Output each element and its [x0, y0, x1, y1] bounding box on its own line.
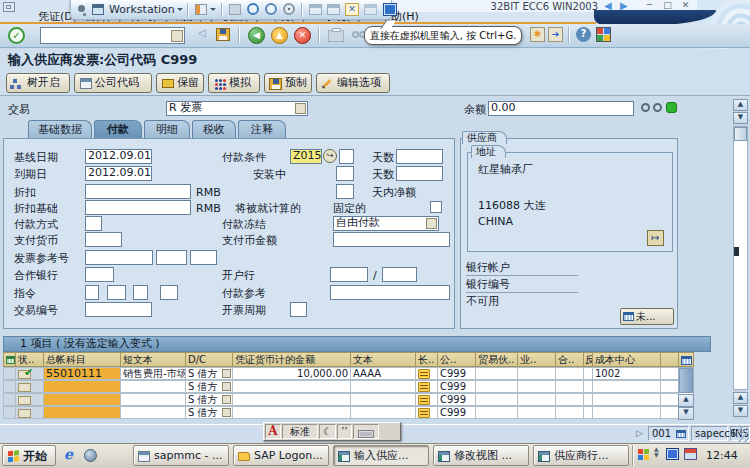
pay-ref-field[interactable] [330, 285, 450, 300]
workstation-menu[interactable]: Workstation [109, 3, 175, 16]
billing-cycle-field[interactable] [290, 302, 307, 317]
vm-prev-icon[interactable]: ◀ [604, 0, 612, 11]
days1-field[interactable] [396, 149, 443, 164]
invoice-ref-item-field[interactable] [190, 250, 217, 265]
row3-long-text-icon[interactable] [418, 395, 430, 405]
instruction3-field[interactable] [133, 285, 148, 300]
tab-tax[interactable]: 税收 [192, 120, 236, 139]
ime-keyboard-button[interactable] [353, 424, 379, 439]
edit-options-button[interactable]: 编辑选项 [316, 73, 390, 93]
session-cell[interactable]: 001 [648, 426, 689, 441]
scroll-up-button[interactable]: ▲ [733, 99, 748, 111]
row2-amount-cell[interactable] [232, 380, 351, 393]
tab-payment[interactable]: 付款 [94, 120, 142, 139]
net-days-field[interactable] [336, 184, 354, 199]
row2-company-cell[interactable]: C999 [437, 380, 476, 393]
col-trading[interactable]: 贸易伙.. [475, 352, 518, 367]
fullscreen-icon[interactable] [383, 3, 397, 16]
col-partner[interactable]: 合.. [555, 352, 584, 367]
payment-block-dropdown-icon[interactable] [426, 218, 437, 229]
tree-on-button[interactable]: 树开启 [6, 73, 70, 93]
snapshot-manager-icon[interactable] [283, 3, 295, 15]
new-session-icon[interactable]: ✱ [530, 27, 545, 42]
tab-note[interactable]: 注释 [238, 120, 286, 139]
row4-text-cell[interactable] [350, 406, 416, 419]
ime-punct-button[interactable]: ’’ [337, 424, 352, 439]
status-expand-icon[interactable]: ▷ [636, 428, 643, 438]
print-icon[interactable] [328, 30, 344, 42]
row4-biz-cell[interactable] [517, 406, 556, 419]
row1-cost-center-cell[interactable]: 1002 [592, 367, 661, 380]
row3-dc-dropdown-icon[interactable] [222, 395, 231, 404]
row4-cost-center-cell[interactable] [592, 406, 661, 419]
transaction-dropdown-icon[interactable] [295, 103, 306, 114]
col-short-text[interactable]: 短文本 [120, 352, 186, 367]
create-shortcut-icon[interactable]: ➔ [548, 27, 563, 42]
days2-field[interactable] [396, 166, 443, 181]
terms-extra-field[interactable] [339, 149, 354, 164]
ime-shape-button[interactable]: ☾ [319, 424, 336, 439]
row3-dc-cell[interactable]: S 借方 [185, 393, 233, 406]
unity-icon[interactable]: ✕ [345, 3, 359, 16]
snapshot-take-icon[interactable] [247, 3, 259, 15]
col-dc[interactable]: D/C [185, 352, 233, 367]
row3-account-cell[interactable] [43, 393, 121, 406]
invoice-ref-field[interactable] [85, 250, 153, 265]
tray-vm-icon[interactable] [666, 448, 679, 460]
command-field[interactable] [40, 27, 185, 44]
table-config-icon[interactable] [681, 356, 692, 365]
instruction2-field[interactable] [107, 285, 126, 300]
cancel-button[interactable]: ✕ [294, 27, 311, 44]
taskbar-item-saplogon[interactable]: SAP Logon... [233, 445, 329, 466]
row4-trading-cell[interactable] [475, 406, 518, 419]
row4-amount-cell[interactable] [232, 406, 351, 419]
console-thumb-icon[interactable] [364, 4, 377, 15]
col-cost-center[interactable]: 成本中心 [592, 352, 661, 367]
col-amount[interactable]: 凭证货币计的金额 [232, 352, 351, 367]
vm-next-icon[interactable]: ▶ [620, 0, 628, 11]
row1-long-text-icon[interactable] [418, 369, 430, 379]
row4-short-text-cell[interactable] [120, 406, 186, 419]
row4-dc-cell[interactable]: S 借方 [185, 406, 233, 419]
back-button[interactable]: ◀ [248, 27, 265, 44]
discount-base-field[interactable] [85, 200, 191, 215]
row3-short-text-cell[interactable] [120, 393, 186, 406]
row3-partner-cell[interactable] [555, 393, 584, 406]
row2-partner-cell[interactable] [555, 380, 584, 393]
col-text[interactable]: 文本 [350, 352, 416, 367]
simulate-button[interactable]: 模拟 [208, 73, 260, 93]
row3-long-cell[interactable] [415, 393, 438, 406]
pay-amount-field[interactable] [333, 232, 450, 247]
row3-text-cell[interactable] [350, 393, 416, 406]
pin-icon[interactable] [78, 5, 85, 12]
col-biz[interactable]: 业.. [517, 352, 556, 367]
command-toggle-icon[interactable]: ◁ [198, 27, 206, 38]
ime-lang-button[interactable]: A [265, 424, 281, 439]
taskbar-item-changeview[interactable]: 修改视图 ... [433, 445, 529, 466]
invoice-ref-year-field[interactable] [156, 250, 187, 265]
minimize-button[interactable]: ─ [642, 0, 657, 11]
table-scroll-thumb[interactable] [679, 368, 693, 393]
hold-button[interactable]: 保留 [156, 73, 204, 93]
col-account[interactable]: 总帐科目 [43, 352, 121, 367]
scroll-thumb[interactable] [734, 127, 747, 141]
row4-long-text-icon[interactable] [418, 408, 430, 418]
start-button[interactable]: 开始 [2, 445, 56, 466]
taskbar-item-sapmmc[interactable]: sapmmc - ... [133, 445, 229, 466]
layout-icon[interactable] [195, 4, 207, 15]
tray-display-icon[interactable] [684, 448, 697, 460]
transaction-select[interactable]: R 发票 [166, 101, 308, 116]
row1-partner-cell[interactable] [555, 367, 584, 380]
vmware-restore-icon[interactable] [3, 2, 15, 12]
customize-layout-icon[interactable] [596, 27, 611, 42]
installment-field[interactable] [336, 166, 354, 181]
save-icon[interactable] [216, 28, 230, 41]
row1-long-cell[interactable] [415, 367, 438, 380]
row2-biz-cell[interactable] [517, 380, 556, 393]
vendor-detail-icon[interactable]: ↦ [647, 230, 664, 246]
row2-trading-cell[interactable] [475, 380, 518, 393]
row1-biz-cell[interactable] [517, 367, 556, 380]
row1-text-cell[interactable]: AAAA [350, 367, 416, 380]
row3-trading-cell[interactable] [475, 393, 518, 406]
partner-bank-field[interactable] [85, 267, 114, 282]
